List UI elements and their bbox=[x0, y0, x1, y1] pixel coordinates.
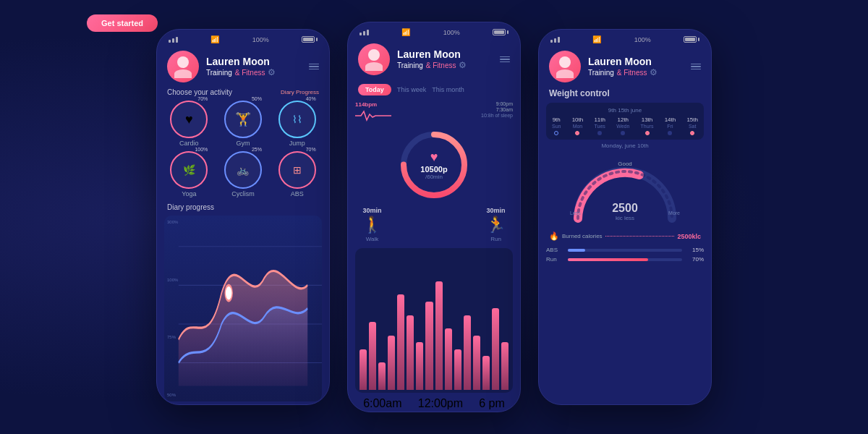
calories-dots bbox=[605, 236, 675, 237]
activity-cyclism[interactable]: 25% 🚲 Cyclism bbox=[218, 151, 268, 197]
run-label: Run bbox=[490, 236, 501, 242]
bar-13 bbox=[473, 336, 480, 390]
bar-3 bbox=[378, 362, 386, 390]
bar-11 bbox=[454, 349, 461, 390]
activity-yoga[interactable]: 100% 🌿 Yoga bbox=[164, 151, 214, 197]
battery-pct-3: 100% bbox=[634, 36, 651, 43]
abs-progress-row: ABS 15% bbox=[546, 247, 704, 253]
settings-icon-2[interactable]: ⚙ bbox=[459, 60, 467, 70]
bar-9 bbox=[435, 281, 443, 390]
avatar-3 bbox=[549, 51, 581, 82]
yoga-icon: 🌿 bbox=[183, 164, 195, 176]
svg-point-4 bbox=[225, 285, 232, 300]
run-progress-row: Run 70% bbox=[546, 256, 704, 263]
activity-gym[interactable]: 50% 🏋 Gym bbox=[218, 101, 268, 147]
run-time: 30min bbox=[486, 207, 505, 214]
run-progress-fill bbox=[568, 258, 648, 261]
calories-value: 2500klc bbox=[677, 233, 701, 240]
battery-pct-2: 100% bbox=[443, 29, 460, 36]
gauge-sub: kic less bbox=[612, 215, 638, 221]
phones-container: 📶 100% Lauren Moon Training & Fitness ⚙ bbox=[142, 7, 726, 427]
tabs-row: Today This week This month bbox=[348, 81, 520, 101]
walk-item: 30min 🚶 Walk bbox=[362, 207, 382, 242]
cyclism-percent: 25% bbox=[252, 147, 262, 152]
date-12th: 12th Wedn bbox=[616, 116, 629, 135]
abs-percent: 70% bbox=[306, 147, 316, 152]
activity-cardio[interactable]: 70% ♥ Cardio bbox=[164, 101, 214, 147]
activity-jump[interactable]: 40% ⌇⌇ Jump bbox=[272, 101, 322, 147]
settings-icon-1[interactable]: ⚙ bbox=[268, 67, 276, 77]
ring-sub: /60min bbox=[425, 174, 443, 180]
wifi-icon-2: 📶 bbox=[401, 28, 410, 36]
menu-button-3[interactable] bbox=[691, 64, 701, 70]
y-label-100: 100% bbox=[167, 278, 178, 282]
gauge-center-label: 2500 kic less bbox=[612, 202, 638, 221]
tab-this-week[interactable]: This week bbox=[397, 86, 427, 93]
cardio-label: Cardio bbox=[179, 140, 199, 147]
date-range-title: 9th 15th june bbox=[552, 107, 698, 114]
tab-this-month[interactable]: This month bbox=[432, 86, 464, 93]
subtitle-white-3: Training bbox=[588, 69, 614, 77]
gauge-container: 2500 kic less Good Less More bbox=[539, 150, 711, 229]
wifi-icon-3: 📶 bbox=[592, 35, 601, 43]
bar-label-2: 12:00pm bbox=[418, 397, 463, 410]
monday-label: Monday, june 10th bbox=[539, 142, 711, 149]
menu-button-2[interactable] bbox=[500, 56, 510, 63]
date-11th: 11th Tues bbox=[594, 116, 605, 135]
diary-progress-label: Diary Progress bbox=[281, 89, 319, 95]
gauge-good-label: Good bbox=[618, 161, 632, 167]
phone-3: 📶 100% Lauren Moon Training & Fitness ⚙ bbox=[538, 29, 712, 405]
walk-icon: 🚶 bbox=[362, 216, 382, 234]
profile-header-3: Lauren Moon Training & Fitness ⚙ bbox=[539, 46, 711, 88]
run-progress-label: Run bbox=[546, 256, 563, 263]
bar-8 bbox=[425, 302, 433, 390]
diary-progress-title: Diary progress bbox=[157, 202, 329, 213]
profile-info-1: Lauren Moon Training & Fitness ⚙ bbox=[206, 56, 302, 77]
subtitle-pink-3: & Fitness bbox=[617, 69, 647, 77]
run-item: 30min 🏃 Run bbox=[486, 207, 506, 242]
settings-icon-3[interactable]: ⚙ bbox=[650, 67, 658, 77]
battery-icon-3 bbox=[684, 36, 699, 43]
bar-5 bbox=[397, 294, 404, 390]
gauge-value: 2500 bbox=[612, 202, 638, 215]
bar-label-1: 6:00am bbox=[363, 397, 401, 410]
jump-icon: ⌇⌇ bbox=[292, 114, 302, 125]
date-dot-2 bbox=[597, 131, 602, 135]
tab-today[interactable]: Today bbox=[358, 84, 391, 95]
bar-1 bbox=[359, 349, 367, 390]
date-dot-3 bbox=[621, 131, 625, 135]
avatar-1 bbox=[167, 51, 199, 82]
date-row: 9th Sun 10th Mon 11th Tues 12th Wedn bbox=[552, 116, 698, 135]
gym-label: Gym bbox=[236, 140, 250, 147]
date-14th: 14th Fri bbox=[665, 116, 676, 135]
menu-button-1[interactable] bbox=[309, 64, 319, 70]
signal-icon bbox=[169, 37, 178, 43]
activity-abs[interactable]: 70% ⊞ ABS bbox=[272, 151, 322, 197]
walk-label: Walk bbox=[366, 236, 378, 242]
date-range-bar: 9th 15th june 9th Sun 10th Mon 11th Tues bbox=[546, 103, 704, 140]
date-15th: 15th Sat bbox=[686, 116, 698, 135]
status-bar-1: 📶 100% bbox=[157, 30, 329, 46]
run-progress-track bbox=[568, 258, 682, 261]
date-dot-6 bbox=[690, 131, 694, 135]
jump-label: Jump bbox=[289, 140, 305, 147]
cardio-percent: 70% bbox=[197, 96, 208, 101]
bar-7 bbox=[416, 342, 423, 390]
profile-header-2: Lauren Moon Training & Fitness ⚙ bbox=[348, 39, 520, 81]
date-9th: 9th Sun bbox=[552, 116, 561, 135]
gauge-more-label: More bbox=[668, 210, 680, 216]
status-bar-2: 📶 100% bbox=[348, 22, 520, 39]
jump-percent: 40% bbox=[306, 96, 316, 101]
abs-progress-label: ABS bbox=[546, 247, 563, 253]
diary-svg-chart bbox=[164, 216, 322, 401]
subtitle-white-2: Training bbox=[397, 61, 423, 69]
bar-16 bbox=[501, 342, 509, 390]
run-progress-pct: 70% bbox=[686, 256, 704, 263]
battery-icon-2 bbox=[493, 29, 509, 35]
walk-run-row: 30min 🚶 Walk 30min 🏃 Run bbox=[348, 204, 520, 245]
sleep-duration: 10:8h of sleep bbox=[481, 113, 513, 118]
activity-section-title: Choose your activity bbox=[167, 88, 232, 96]
wifi-icon: 📶 bbox=[210, 35, 219, 43]
heart-rate-val: 114bpm bbox=[355, 101, 391, 108]
status-bar-3: 📶 100% bbox=[539, 30, 711, 46]
